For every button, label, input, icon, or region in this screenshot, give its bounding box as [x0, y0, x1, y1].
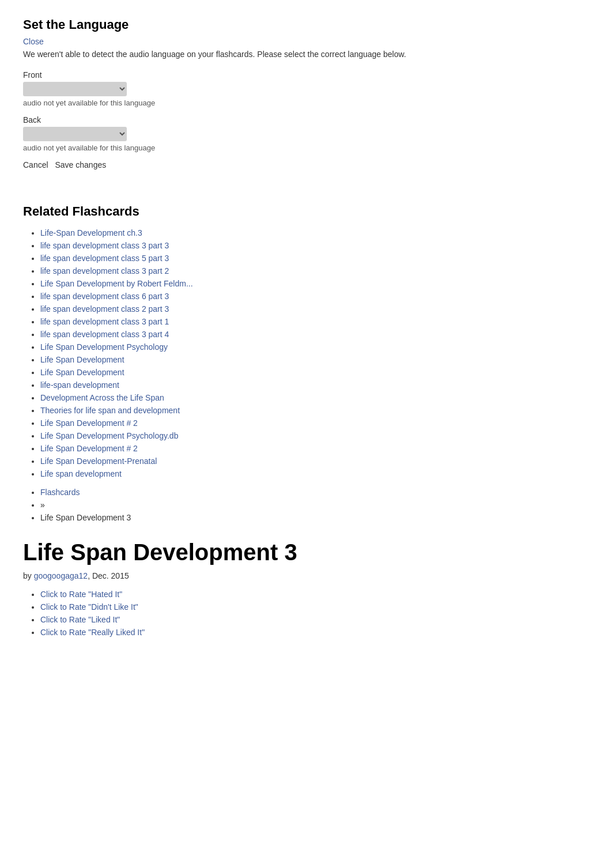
list-item: Life Span Development — [40, 355, 589, 364]
list-item: life span development class 5 part 3 — [40, 254, 589, 263]
flashcard-link[interactable]: Life Span Development # 2 — [40, 418, 138, 428]
rating-link[interactable]: Click to Rate "Hated It" — [40, 590, 122, 599]
list-item: life span development class 2 part 3 — [40, 304, 589, 314]
breadcrumb-item: Flashcards — [40, 488, 589, 497]
list-item: Click to Rate "Hated It" — [40, 590, 589, 599]
cancel-link[interactable]: Cancel — [23, 160, 48, 169]
breadcrumb-item: Life Span Development 3 — [40, 513, 589, 522]
flashcard-link[interactable]: life span development class 3 part 2 — [40, 266, 169, 276]
close-link[interactable]: Close — [23, 37, 44, 46]
rating-list: Click to Rate "Hated It"Click to Rate "D… — [23, 590, 589, 637]
breadcrumb-link[interactable]: Flashcards — [40, 488, 80, 497]
flashcard-link[interactable]: life span development class 3 part 4 — [40, 330, 169, 339]
flashcard-link[interactable]: Life Span Development — [40, 355, 124, 364]
list-item: Theories for life span and development — [40, 406, 589, 415]
flashcard-link[interactable]: Life Span Development Psychology.db — [40, 431, 178, 440]
set-language-section: Set the Language Close We weren't able t… — [23, 17, 589, 169]
front-audio-note: audio not yet available for this languag… — [23, 99, 155, 107]
flashcard-link[interactable]: Life Span Development-Prenatal — [40, 456, 157, 466]
flashcard-link[interactable]: life span development class 6 part 3 — [40, 292, 169, 301]
flashcard-link[interactable]: Life-Span Development ch.3 — [40, 228, 142, 237]
action-links: Cancel Save changes — [23, 160, 589, 169]
page-main-title: Life Span Development 3 — [23, 539, 589, 565]
flashcard-link[interactable]: Life Span Development Psychology — [40, 342, 168, 352]
back-language-row: Back audio not yet available for this la… — [23, 115, 589, 152]
rating-link[interactable]: Click to Rate "Didn't Like It" — [40, 602, 138, 612]
flashcard-link[interactable]: Theories for life span and development — [40, 406, 180, 415]
list-item: Life span development — [40, 469, 589, 478]
front-language-dropdown[interactable] — [23, 82, 127, 96]
rating-link[interactable]: Click to Rate "Liked It" — [40, 615, 120, 624]
back-audio-note: audio not yet available for this languag… — [23, 144, 155, 152]
page-title-section: Life Span Development 3 by googoogaga12,… — [23, 539, 589, 637]
flashcard-link[interactable]: Life Span Development # 2 — [40, 444, 138, 453]
back-language-dropdown[interactable] — [23, 127, 127, 141]
flashcard-link[interactable]: life-span development — [40, 380, 119, 390]
flashcard-link[interactable]: life span development class 3 part 1 — [40, 317, 169, 326]
by-text: by — [23, 571, 32, 580]
list-item: Life Span Development # 2 — [40, 418, 589, 428]
flashcard-link[interactable]: Life Span Development by Robert Feldm... — [40, 279, 193, 288]
list-item: Life Span Development — [40, 368, 589, 377]
breadcrumb-text: Life Span Development 3 — [40, 513, 131, 522]
flashcard-link[interactable]: Development Across the Life Span — [40, 393, 164, 402]
breadcrumb-item: » — [40, 500, 589, 510]
author-date: , Dec. 2015 — [88, 571, 129, 580]
author-link[interactable]: googoogaga12 — [34, 571, 88, 580]
flashcard-link[interactable]: life span development class 5 part 3 — [40, 254, 169, 263]
list-item: Life Span Development-Prenatal — [40, 456, 589, 466]
front-language-row: Front audio not yet available for this l… — [23, 70, 589, 107]
list-item: Life-Span Development ch.3 — [40, 228, 589, 237]
list-item: life-span development — [40, 380, 589, 390]
author-info: by googoogaga12, Dec. 2015 — [23, 571, 589, 580]
breadcrumb-text: » — [40, 500, 45, 510]
flashcard-link[interactable]: life span development class 2 part 3 — [40, 304, 169, 314]
list-item: life span development class 3 part 1 — [40, 317, 589, 326]
list-item: Life Span Development Psychology — [40, 342, 589, 352]
rating-link[interactable]: Click to Rate "Really Liked It" — [40, 628, 145, 637]
list-item: Click to Rate "Didn't Like It" — [40, 602, 589, 612]
list-item: Development Across the Life Span — [40, 393, 589, 402]
related-flashcards-list: Life-Span Development ch.3life span deve… — [23, 228, 589, 478]
breadcrumb-list: Flashcards»Life Span Development 3 — [23, 488, 589, 522]
list-item: life span development class 3 part 3 — [40, 241, 589, 250]
save-changes-link[interactable]: Save changes — [55, 160, 106, 169]
flashcard-link[interactable]: Life Span Development — [40, 368, 124, 377]
front-label: Front — [23, 70, 42, 80]
back-label: Back — [23, 115, 41, 124]
set-language-title: Set the Language — [23, 17, 589, 32]
list-item: Life Span Development Psychology.db — [40, 431, 589, 440]
related-flashcards-title: Related Flashcards — [23, 204, 589, 219]
list-item: Click to Rate "Really Liked It" — [40, 628, 589, 637]
related-flashcards-section: Related Flashcards Life-Span Development… — [23, 204, 589, 522]
list-item: life span development class 3 part 4 — [40, 330, 589, 339]
flashcard-link[interactable]: life span development class 3 part 3 — [40, 241, 169, 250]
flashcard-link[interactable]: Life span development — [40, 469, 122, 478]
list-item: Click to Rate "Liked It" — [40, 615, 589, 624]
list-item: Life Span Development # 2 — [40, 444, 589, 453]
language-description: We weren't able to detect the audio lang… — [23, 50, 589, 59]
list-item: life span development class 6 part 3 — [40, 292, 589, 301]
list-item: life span development class 3 part 2 — [40, 266, 589, 276]
list-item: Life Span Development by Robert Feldm... — [40, 279, 589, 288]
